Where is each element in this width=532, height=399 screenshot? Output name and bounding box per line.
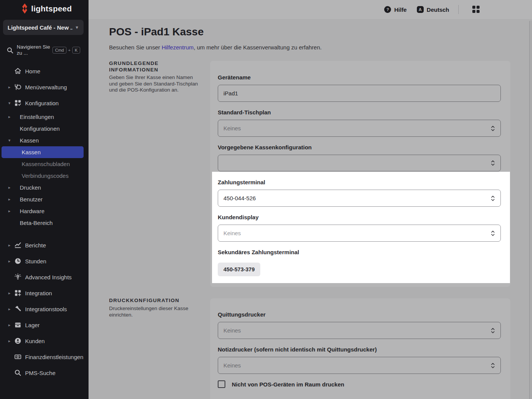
sidebar-item-home[interactable]: Home bbox=[0, 63, 89, 79]
business-selector-label: Lightspeed Café - New ... bbox=[8, 24, 73, 31]
clock-icon bbox=[14, 257, 22, 265]
sidebar-item-integrationstools[interactable]: ▸Integrationstools bbox=[0, 301, 89, 317]
select-stepper-icon bbox=[491, 195, 495, 202]
chevron-right-icon[interactable]: ▸ bbox=[8, 291, 13, 296]
sidebar-item-hardware[interactable]: ▸Hardware bbox=[0, 205, 89, 217]
sidebar-item-einstellungen[interactable]: ▸Einstellungen bbox=[0, 111, 89, 123]
select-stepper-icon bbox=[491, 230, 495, 237]
sidebar-nav: Home▸Menüverwaltung▾Konfiguration▸Einste… bbox=[0, 63, 89, 381]
dining-icon bbox=[14, 83, 22, 91]
sidebar-item-kassen[interactable]: Kassen bbox=[2, 146, 84, 158]
chevron-right-icon[interactable]: ▸ bbox=[8, 307, 13, 312]
sidebar-item-kassen[interactable]: ▾Kassen bbox=[0, 135, 89, 146]
spotlight-section: Zahlungsterminal 450-044-526 Kundendispl… bbox=[212, 172, 510, 283]
app-window: lightspeed Lightspeed Café - New ... ▼ N… bbox=[0, 0, 532, 399]
hammer-icon bbox=[14, 305, 22, 313]
sidebar-item-label: Berichte bbox=[25, 242, 46, 249]
chevron-right-icon[interactable]: ▸ bbox=[8, 243, 13, 248]
sidebar-item-label: Finanzdienstleistungen bbox=[25, 354, 83, 360]
sidebar-item-label: Konfiguration bbox=[25, 100, 59, 106]
sidebar-item-label: Kassenschubladen bbox=[22, 161, 70, 167]
secondary-terminal-chip[interactable]: 450-573-379 bbox=[218, 263, 260, 276]
sidebar-item-label: Hardware bbox=[20, 208, 44, 214]
payment-terminal-label: Zahlungsterminal bbox=[218, 179, 501, 185]
search-icon bbox=[14, 369, 22, 377]
customer-display-select[interactable]: Keines bbox=[218, 225, 501, 242]
search-placeholder: Navigieren Sie zu ... bbox=[17, 44, 52, 56]
global-search[interactable]: Navigieren Sie zu ... Cmd + K bbox=[0, 42, 89, 59]
sidebar-item-label: Integrationstools bbox=[25, 306, 67, 312]
chevron-down-icon[interactable]: ▾ bbox=[8, 138, 13, 143]
sidebar-item-label: Home bbox=[25, 68, 40, 74]
person-icon bbox=[14, 337, 22, 345]
grid-check-icon bbox=[14, 99, 22, 107]
logo-wordmark: lightspeed bbox=[31, 4, 72, 13]
chevron-right-icon[interactable]: ▸ bbox=[8, 323, 13, 328]
chevron-right-icon[interactable]: ▸ bbox=[8, 185, 13, 190]
sidebar-item-label: Kassen bbox=[22, 149, 41, 155]
chevron-right-icon[interactable]: ▸ bbox=[8, 259, 13, 264]
sidebar-item-label: Advanced Insights bbox=[25, 274, 72, 280]
sidebar-item-berichte[interactable]: ▸Berichte bbox=[0, 237, 89, 253]
chevron-right-icon[interactable]: ▸ bbox=[8, 197, 13, 202]
secondary-terminal-label: Sekundäres Zahlungsterminal bbox=[218, 249, 501, 255]
chevron-right-icon[interactable]: ▸ bbox=[8, 339, 13, 344]
kbd-k: K bbox=[72, 47, 80, 54]
sidebar: lightspeed Lightspeed Café - New ... ▼ N… bbox=[0, 0, 89, 399]
lightspeed-logo[interactable]: lightspeed bbox=[21, 3, 72, 14]
payment-terminal-select[interactable]: 450-044-526 bbox=[218, 190, 501, 207]
search-shortcut: Cmd + K bbox=[52, 47, 80, 54]
search-icon bbox=[7, 47, 13, 54]
bulb-icon bbox=[14, 273, 22, 281]
business-selector[interactable]: Lightspeed Café - New ... ▼ bbox=[3, 20, 84, 35]
sidebar-item-kassenschubladen[interactable]: Kassenschubladen bbox=[0, 158, 89, 170]
sidebar-item-label: Beta-Bereich bbox=[20, 220, 53, 226]
sidebar-item-label: Konfigurationen bbox=[20, 125, 60, 132]
sidebar-item-label: Kunden bbox=[25, 338, 45, 344]
sidebar-item-verbindungscodes[interactable]: Verbindungscodes bbox=[0, 170, 89, 182]
sidebar-item-kunden[interactable]: ▸Kunden bbox=[0, 333, 89, 349]
sidebar-item-beta-bereich[interactable]: Beta-Bereich bbox=[0, 217, 89, 229]
grid-plus-icon bbox=[14, 289, 22, 297]
chevron-down-icon: ▼ bbox=[75, 25, 79, 30]
sidebar-item-stunden[interactable]: ▸Stunden bbox=[0, 253, 89, 269]
sidebar-item-label: Kassen bbox=[20, 137, 39, 144]
sidebar-item-label: Integration bbox=[25, 290, 52, 296]
drawer-icon bbox=[14, 321, 22, 329]
sidebar-item-drucken[interactable]: ▸Drucken bbox=[0, 182, 89, 193]
sidebar-item-pms-suche[interactable]: PMS-Suche bbox=[0, 365, 89, 381]
sidebar-item-konfigurationen[interactable]: Konfigurationen bbox=[0, 123, 89, 135]
sidebar-item-label: Benutzer bbox=[20, 196, 43, 203]
chevron-right-icon[interactable]: ▸ bbox=[8, 114, 13, 119]
flame-icon bbox=[21, 3, 28, 14]
chevron-right-icon[interactable]: ▸ bbox=[8, 209, 13, 214]
sidebar-item-integration[interactable]: ▸Integration bbox=[0, 285, 89, 301]
sidebar-item-konfiguration[interactable]: ▾Konfiguration bbox=[0, 95, 89, 111]
chart-icon bbox=[14, 241, 22, 249]
sidebar-item-lager[interactable]: ▸Lager bbox=[0, 317, 89, 333]
sidebar-item-label: Verbindungscodes bbox=[22, 173, 68, 179]
sidebar-item-label: Einstellungen bbox=[20, 114, 54, 120]
sidebar-item-label: PMS-Suche bbox=[25, 370, 55, 376]
banknote-icon bbox=[14, 353, 22, 361]
sidebar-item-label: Menüverwaltung bbox=[25, 84, 67, 90]
sidebar-item-finanzdienstleistungen[interactable]: Finanzdienstleistungen bbox=[0, 349, 89, 365]
customer-display-label: Kundendisplay bbox=[218, 214, 501, 220]
sidebar-item-benutzer[interactable]: ▸Benutzer bbox=[0, 193, 89, 205]
sidebar-item-advanced-insights[interactable]: Advanced Insights bbox=[0, 269, 89, 285]
sidebar-item-label: Lager bbox=[25, 322, 40, 328]
home-icon bbox=[14, 67, 22, 75]
chevron-down-icon[interactable]: ▾ bbox=[8, 101, 13, 106]
kbd-cmd: Cmd bbox=[52, 47, 66, 54]
sidebar-item-label: Drucken bbox=[20, 184, 41, 191]
sidebar-item-men-verwaltung[interactable]: ▸Menüverwaltung bbox=[0, 79, 89, 95]
sidebar-item-label: Stunden bbox=[25, 258, 46, 264]
chevron-right-icon[interactable]: ▸ bbox=[8, 85, 13, 90]
